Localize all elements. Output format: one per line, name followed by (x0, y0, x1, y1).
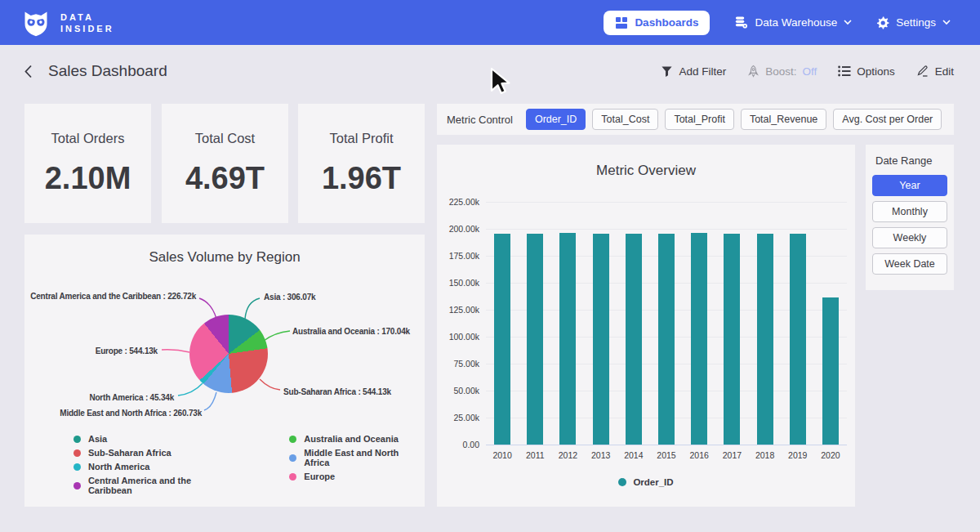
data-warehouse-label: Data Warehouse (755, 16, 837, 29)
y-axis-tick: 150.00k (439, 278, 479, 288)
metric-control-label: Metric Control (447, 114, 513, 126)
bar[interactable] (757, 234, 773, 445)
pie-legend-column: AsiaSub-Saharan AfricaNorth AmericaCentr… (74, 434, 235, 495)
metric-option-total-revenue[interactable]: Total_Revenue (741, 109, 826, 130)
bar[interactable] (658, 234, 675, 445)
bar-plot: 225.00k200.00k175.00k150.00k125.00k100.0… (486, 202, 847, 445)
pie-legend-item[interactable]: Australia and Oceania (289, 434, 425, 444)
kpi-card-total-cost: Total Cost 4.69T (162, 104, 288, 223)
boost-toggle[interactable]: Boost: Off (747, 65, 817, 78)
bar[interactable] (724, 234, 740, 445)
gear-icon (876, 16, 889, 29)
legend-label: Asia (88, 434, 107, 444)
x-axis-tick: 2014 (617, 450, 650, 460)
pie-legend-item[interactable]: Europe (289, 472, 425, 481)
date-range-option-year[interactable]: Year (872, 175, 947, 196)
x-axis-tick: 2010 (486, 450, 519, 460)
x-axis-tick: 2018 (749, 450, 782, 460)
date-range-label: Date Range (875, 154, 947, 167)
boost-state: Off (802, 65, 817, 78)
legend-series-label: Order_ID (633, 477, 673, 487)
legend-label: Central America and the Caribbean (88, 476, 235, 495)
date-range-option-weekly[interactable]: Weekly (872, 227, 947, 248)
pie-chart[interactable] (189, 315, 268, 393)
metric-option-order-id[interactable]: Order_ID (526, 109, 586, 130)
legend-label: Australia and Oceania (304, 434, 399, 444)
kpi-value: 1.96T (322, 161, 401, 196)
bar[interactable] (593, 234, 609, 445)
x-axis-tick: 2017 (715, 450, 748, 460)
bar[interactable] (691, 233, 707, 445)
pie-legend: AsiaSub-Saharan AfricaNorth AmericaCentr… (74, 434, 425, 495)
chevron-down-icon (942, 20, 951, 25)
metric-option-avg-cost-per-order[interactable]: Avg. Cost per Order (833, 109, 942, 130)
kpi-label: Total Profit (330, 131, 394, 146)
add-filter-button[interactable]: Add Filter (661, 65, 726, 78)
add-filter-label: Add Filter (679, 65, 726, 78)
x-axis-tick: 2019 (782, 450, 814, 460)
bar[interactable] (822, 297, 839, 445)
metric-option-total-cost[interactable]: Total_Cost (592, 109, 658, 130)
nav-menu: Dashboards Data Warehouse (604, 11, 951, 35)
bar-column (585, 202, 617, 445)
pie-label-north-america: North America : 45.34k (89, 393, 174, 402)
bar-chart-legend[interactable]: Order_ID (437, 477, 855, 487)
bars-row (486, 202, 847, 445)
bar[interactable] (494, 234, 510, 445)
y-axis-tick: 200.00k (439, 224, 479, 234)
kpi-label: Total Orders (51, 131, 125, 146)
legend-label: Middle East and North Africa (304, 448, 425, 467)
pie-label-middle-east-and-north-africa: Middle East and North Africa : 260.73k (60, 409, 202, 418)
brand: DATA INSIDER (21, 8, 114, 38)
back-chevron-icon[interactable] (23, 64, 33, 79)
chevron-down-icon (844, 20, 852, 25)
date-range-option-week-date[interactable]: Week Date (872, 253, 947, 275)
gridline (486, 445, 847, 445)
edit-label: Edit (935, 65, 954, 78)
kpi-value: 4.69T (185, 161, 265, 196)
bar-column (617, 202, 650, 445)
x-axis-tick: 2015 (650, 450, 683, 460)
date-range-option-monthly[interactable]: Monthly (872, 201, 947, 222)
y-axis-tick: 50.00k (439, 386, 479, 396)
pie-legend-item[interactable]: Middle East and North Africa (289, 448, 425, 467)
filter-funnel-icon (661, 65, 673, 78)
legend-label: Europe (304, 472, 335, 481)
y-axis-tick: 25.00k (439, 413, 479, 422)
dashboard-grid-icon (615, 16, 628, 29)
data-warehouse-menu[interactable]: Data Warehouse (734, 16, 852, 29)
brand-name: DATA INSIDER (60, 11, 114, 34)
boost-label: Boost: (765, 65, 796, 78)
bar[interactable] (527, 234, 543, 445)
legend-dot (74, 449, 81, 457)
pie-legend-item[interactable]: Asia (74, 434, 235, 444)
toolbar-left: Sales Dashboard (23, 62, 167, 80)
edit-pencil-icon (916, 65, 929, 78)
pie-label-sub-saharan-africa: Sub-Saharan Africa : 544.13k (283, 387, 391, 396)
bar-column (650, 202, 683, 445)
page-title: Sales Dashboard (48, 62, 167, 80)
pie-label-central-america-and-the-caribbean: Central America and the Caribbean : 226.… (30, 292, 196, 301)
legend-dot (74, 482, 81, 490)
dashboards-button[interactable]: Dashboards (604, 11, 710, 35)
bar[interactable] (790, 234, 806, 445)
bar-column (782, 202, 814, 445)
bar-column (749, 202, 782, 445)
bar-chart-title: Metric Overview (437, 163, 855, 179)
edit-button[interactable]: Edit (916, 65, 954, 78)
options-list-icon (838, 65, 851, 77)
bar[interactable] (626, 234, 642, 445)
pie-legend-item[interactable]: Sub-Saharan Africa (74, 448, 235, 458)
legend-label: North America (88, 462, 149, 472)
options-button[interactable]: Options (838, 65, 895, 78)
metric-option-total-profit[interactable]: Total_Profit (665, 109, 734, 130)
settings-menu[interactable]: Settings (876, 16, 951, 29)
options-label: Options (857, 65, 895, 78)
bar[interactable] (559, 233, 576, 445)
pie-legend-item[interactable]: Central America and the Caribbean (74, 476, 235, 495)
sales-by-region-card: Sales Volume by Region Asia : 306.07kAus… (24, 235, 425, 507)
x-axis-tick: 2013 (585, 450, 617, 460)
metric-control-buttons: Order_IDTotal_CostTotal_ProfitTotal_Reve… (526, 109, 942, 130)
pie-legend-item[interactable]: North America (74, 462, 235, 472)
metric-overview-card: Metric Overview 225.00k200.00k175.00k150… (437, 145, 855, 507)
